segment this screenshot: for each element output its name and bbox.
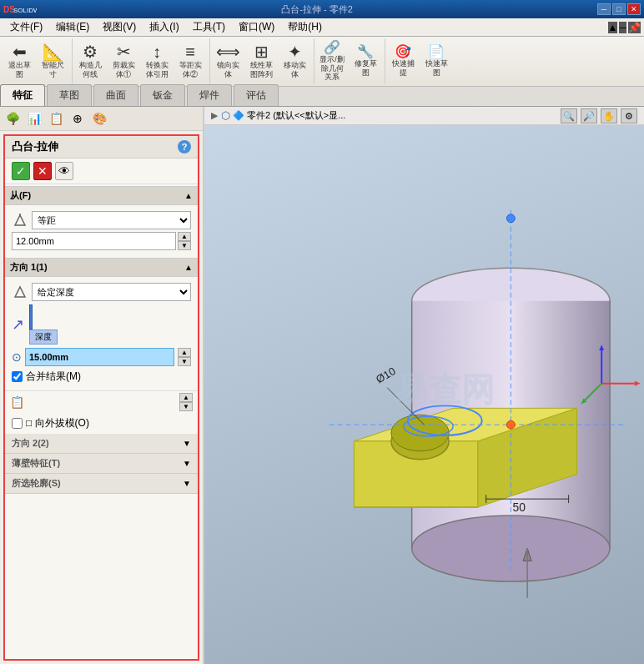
side-spinner-up[interactable]: ▲ <box>179 393 193 402</box>
side-spinner-down[interactable]: ▼ <box>179 402 193 411</box>
thin-feature-section-header[interactable]: 薄壁特征(T) ▼ <box>5 454 198 474</box>
tab-sketch[interactable]: 草图 <box>47 84 92 106</box>
pan-icon[interactable]: ✋ <box>601 108 617 123</box>
dir1-section-header[interactable]: 方向 1(1) ▲ <box>5 258 198 277</box>
merge-result-label: 合并结果(M) <box>26 370 81 384</box>
convert-entity-icon: ↕ <box>153 43 161 60</box>
menu-file[interactable]: 文件(F) <box>3 18 49 36</box>
side-spinner[interactable]: ▲ ▼ <box>179 393 193 411</box>
mirror-entity-button[interactable]: ⟺ 镜向实体 <box>212 41 244 83</box>
merge-result-checkbox[interactable] <box>12 371 23 382</box>
dir1-distance-up[interactable]: ▲ <box>178 348 191 357</box>
from-dir-icon <box>12 212 28 229</box>
toolbar-minimize[interactable]: ▲ <box>608 22 618 33</box>
svg-text:50: 50 <box>513 501 526 514</box>
confirm-button[interactable]: ✓ <box>12 162 30 180</box>
svg-marker-23 <box>635 381 641 386</box>
trim-entity-button[interactable]: ✂ 剪裁实体① <box>108 41 139 83</box>
svg-point-21 <box>506 214 515 223</box>
from-distance-up[interactable]: ▲ <box>178 232 191 241</box>
dir2-section-header[interactable]: 方向 2(2) ▼ <box>5 434 198 454</box>
from-section-content: 等距 ▲ ▼ <box>5 205 198 256</box>
zoom2-icon[interactable]: 🔎 <box>581 108 597 123</box>
sketch-plane-icon[interactable]: 📋 <box>10 395 24 409</box>
selected-contour-chevron-icon: ▼ <box>183 479 191 488</box>
close-button[interactable]: ✕ <box>627 3 641 15</box>
feature-icon-row: 🌳 📊 📋 ⊕ 🎨 <box>0 107 203 131</box>
svg-text:Ø10: Ø10 <box>374 365 398 385</box>
feature-tree-icon[interactable]: 🌳 <box>3 109 22 128</box>
toolbar-group-mirror: ⟺ 镜向实体 ⊞ 线性草图阵列 ✦ 移动实体 <box>212 38 314 84</box>
dir1-label: 方向 1(1) <box>10 261 48 274</box>
from-distance-input[interactable] <box>12 232 176 250</box>
from-distance-down[interactable]: ▼ <box>178 241 191 250</box>
main-area: 🌳 📊 📋 ⊕ 🎨 凸台-拉伸 ? ✓ ✕ 👁 从(F) ▲ <box>0 107 644 664</box>
mirror-entity-label: 镜向实体 <box>214 61 242 79</box>
flip-direction-icon[interactable]: ↗ <box>12 315 24 334</box>
repair-sketch-button[interactable]: 🔧 修复草图 <box>350 41 381 83</box>
smart-dimension-button[interactable]: 📐 智能尺寸 <box>37 41 68 83</box>
help-icon[interactable]: ? <box>178 140 191 153</box>
linear-pattern-button[interactable]: ⊞ 线性草图阵列 <box>245 41 277 83</box>
dir1-distance-spinner[interactable]: ▲ ▼ <box>178 348 191 366</box>
trim-entity-icon: ✂ <box>117 43 131 60</box>
menu-window[interactable]: 窗口(W) <box>232 18 281 36</box>
preview-button[interactable]: 👁 <box>55 162 73 180</box>
minimize-button[interactable]: ─ <box>597 3 611 15</box>
tab-surface[interactable]: 曲面 <box>93 84 138 106</box>
linear-pattern-label: 线性草图阵列 <box>247 61 275 79</box>
cancel-button[interactable]: ✕ <box>33 162 52 180</box>
panel-title: 凸台-拉伸 <box>12 139 58 154</box>
dir1-section-content: 给定深度 ↗ 深度 ⊙ ▲ ▼ <box>5 277 198 390</box>
zoom-icon[interactable]: 🔍 <box>561 108 577 123</box>
quick-snap-label: 快速捕提 <box>389 59 417 78</box>
from-distance-spinner[interactable]: ▲ ▼ <box>178 232 191 250</box>
construction-line-button[interactable]: ⚙ 构造几何线 <box>74 41 106 83</box>
draft-label: □ 向外拔模(O) <box>26 416 89 430</box>
maximize-button[interactable]: □ <box>612 3 626 15</box>
selected-contour-section-header[interactable]: 所选轮廓(S) ▼ <box>5 474 198 494</box>
display-manager-icon[interactable]: 🎨 <box>90 109 108 128</box>
draft-checkbox[interactable] <box>12 418 23 429</box>
from-type-select[interactable]: 等距 <box>32 211 191 229</box>
depth-icon: ⊙ <box>12 350 22 364</box>
tab-evaluate[interactable]: 评估 <box>234 84 279 106</box>
quick-snap-button[interactable]: 🎯 快速捕提 <box>387 41 419 83</box>
dir1-distance-row: ⊙ ▲ ▼ <box>12 348 191 366</box>
breadcrumb-text: 🔷 零件2 (默认<<默认>显... <box>233 109 345 122</box>
offset-entity-button[interactable]: ≡ 等距实体② <box>174 41 206 83</box>
panel-header: 凸台-拉伸 ? <box>5 136 198 158</box>
show-relations-button[interactable]: 🔗 显示/删除几何关系 <box>316 41 348 83</box>
model-area: 50 Ø10 <box>204 128 644 664</box>
dir1-type-select[interactable]: 给定深度 <box>32 283 191 301</box>
offset-entity-label: 等距实体② <box>176 61 204 79</box>
dim-xpert-icon[interactable]: ⊕ <box>68 109 87 128</box>
move-entity-button[interactable]: ✦ 移动实体 <box>279 41 310 83</box>
dir1-distance-down[interactable]: ▼ <box>178 357 191 366</box>
tab-features[interactable]: 特征 <box>0 84 45 106</box>
from-distance-row: ▲ ▼ <box>12 232 191 250</box>
menu-tools[interactable]: 工具(T) <box>186 18 232 36</box>
dir2-chevron-icon: ▼ <box>183 439 191 448</box>
menu-view[interactable]: 视图(V) <box>96 18 143 36</box>
from-chevron-icon: ▲ <box>184 191 193 200</box>
convert-entity-button[interactable]: ↕ 转换实体引用 <box>141 41 173 83</box>
menu-help[interactable]: 帮助(H) <box>281 18 329 36</box>
config-manager-icon[interactable]: 📋 <box>47 109 65 128</box>
menu-bar: 文件(F) 编辑(E) 视图(V) 插入(I) 工具(T) 窗口(W) 帮助(H… <box>0 18 644 37</box>
toolbar-pin[interactable]: 📌 <box>628 22 641 33</box>
dir1-type-icon <box>12 284 28 300</box>
menu-edit[interactable]: 编辑(E) <box>49 18 96 36</box>
menu-insert[interactable]: 插入(I) <box>143 18 185 36</box>
property-manager-icon[interactable]: 📊 <box>25 109 43 128</box>
dir1-distance-input[interactable] <box>25 348 174 366</box>
from-section-header[interactable]: 从(F) ▲ <box>5 186 198 205</box>
model-svg: 50 Ø10 <box>204 128 644 664</box>
tab-weldments[interactable]: 焊件 <box>187 84 232 106</box>
toolbar-collapse[interactable]: ─ <box>619 22 626 33</box>
settings-icon[interactable]: ⚙ <box>621 108 637 123</box>
tab-sheet-metal[interactable]: 钣金 <box>140 84 185 106</box>
window-controls[interactable]: ─ □ ✕ <box>597 3 641 15</box>
exit-sketch-button[interactable]: ⬅ 退出草图 <box>3 41 35 83</box>
quick-sketch-button[interactable]: 📄 快速草图 <box>420 41 452 83</box>
